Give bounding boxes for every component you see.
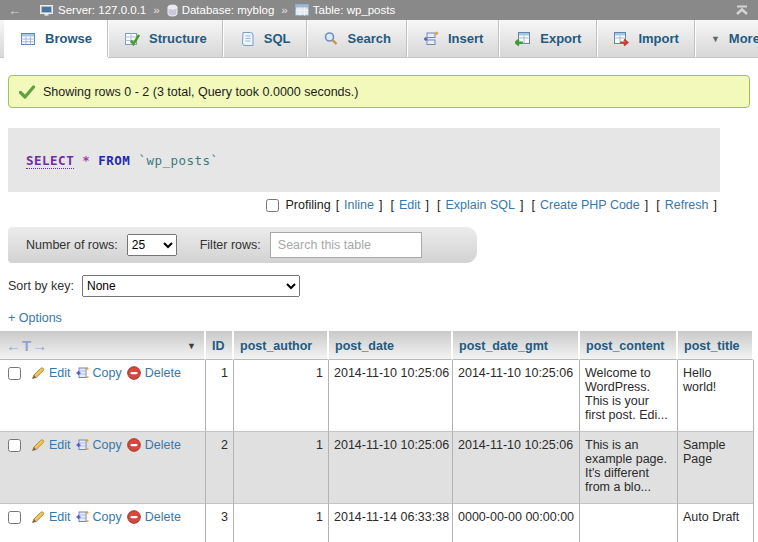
- tab-import-label: Import: [638, 31, 678, 46]
- search-icon: [323, 31, 339, 47]
- bracket: ]: [520, 198, 523, 212]
- tab-browse[interactable]: Browse: [4, 20, 108, 57]
- edit-label: Edit: [49, 438, 71, 452]
- edit-row-link[interactable]: Edit: [31, 366, 71, 380]
- cell-id[interactable]: 2: [206, 432, 234, 504]
- profiling-label: Profiling: [285, 198, 330, 212]
- cell-post-date[interactable]: 2014-11-10 10:25:06: [329, 432, 453, 504]
- tab-sql-label: SQL: [264, 31, 291, 46]
- sort-by-key-select[interactable]: None: [82, 275, 300, 297]
- tab-export[interactable]: Export: [499, 20, 597, 57]
- pencil-icon: [31, 366, 45, 380]
- copy-row-link[interactable]: Copy: [76, 438, 122, 452]
- breadcrumb-server-label: Server: 127.0.0.1: [58, 4, 146, 16]
- breadcrumb-server-link[interactable]: Server: 127.0.0.1: [40, 4, 146, 17]
- number-of-rows-select[interactable]: 25: [127, 234, 177, 256]
- pencil-icon: [31, 438, 45, 452]
- delete-icon: [127, 438, 141, 452]
- sort-row: Sort by key: None: [8, 274, 758, 298]
- tab-sql[interactable]: SQL: [223, 20, 307, 57]
- inline-link[interactable]: Inline: [344, 198, 374, 212]
- sql-query-box: SELECT * FROM `wp_posts`: [8, 128, 720, 192]
- profiling-checkbox[interactable]: [266, 199, 279, 212]
- column-header-post-date[interactable]: post_date: [329, 331, 453, 360]
- filter-rows-input[interactable]: [270, 232, 422, 258]
- bracket: ]: [426, 198, 429, 212]
- cell-post-author[interactable]: 1: [234, 504, 329, 542]
- cell-post-title[interactable]: Sample Page: [678, 432, 754, 504]
- cell-post-content[interactable]: Welcome to WordPress. This is your first…: [580, 360, 678, 432]
- refresh-link[interactable]: Refresh: [665, 198, 709, 212]
- tab-insert[interactable]: Insert: [407, 20, 499, 57]
- delete-icon: [127, 366, 141, 380]
- delete-label: Delete: [145, 510, 181, 524]
- options-toggle-link[interactable]: + Options: [8, 311, 758, 328]
- edit-query-link[interactable]: Edit: [399, 198, 421, 212]
- column-header-post-date-gmt[interactable]: post_date_gmt: [453, 331, 580, 360]
- table-row: Edit Copy Delete 2 1 2014-11-10 10:25:06…: [0, 432, 754, 504]
- status-message: Showing rows 0 - 2 (3 total, Query took …: [8, 75, 750, 108]
- tab-search[interactable]: Search: [307, 20, 407, 57]
- breadcrumb-table-link[interactable]: Table: wp_posts: [295, 4, 395, 16]
- column-header-id[interactable]: ID: [206, 331, 234, 360]
- cell-post-title[interactable]: Hello world!: [678, 360, 754, 432]
- cell-post-date-gmt[interactable]: 2014-11-10 10:25:06: [453, 432, 580, 504]
- row-controls-bar: Number of rows: 25 Filter rows:: [8, 227, 477, 263]
- bracket: [: [336, 198, 339, 212]
- cell-post-date-gmt[interactable]: 2014-11-10 10:25:06: [453, 360, 580, 432]
- cell-post-content[interactable]: This is an example page. It's different …: [580, 432, 678, 504]
- cell-post-author[interactable]: 1: [234, 432, 329, 504]
- breadcrumb-bar: ← Server: 127.0.0.1 » Database: myblog »…: [0, 0, 758, 20]
- copy-row-link[interactable]: Copy: [76, 366, 122, 380]
- row-select-checkbox[interactable]: [8, 367, 21, 380]
- column-header-post-author[interactable]: post_author: [234, 331, 329, 360]
- row-actions-cell: Edit Copy Delete: [0, 432, 206, 504]
- edit-row-link[interactable]: Edit: [31, 510, 71, 524]
- sql-keyword-from: FROM: [98, 153, 130, 168]
- collapse-panel-icon[interactable]: [734, 5, 750, 16]
- sql-keyword-select-link[interactable]: SELECT: [26, 153, 74, 169]
- column-header-post-title[interactable]: post_title: [678, 331, 754, 360]
- cell-post-content[interactable]: [580, 504, 678, 542]
- cell-post-date[interactable]: 2014-11-10 10:25:06: [329, 360, 453, 432]
- database-icon: [167, 4, 178, 17]
- tab-structure[interactable]: Structure: [108, 20, 223, 57]
- create-php-code-link[interactable]: Create PHP Code: [540, 198, 640, 212]
- transpose-control[interactable]: ←T→: [6, 337, 48, 354]
- insert-icon: [423, 31, 439, 47]
- copy-icon: [76, 366, 89, 380]
- tab-more[interactable]: ▼ More: [695, 20, 758, 57]
- sort-by-key-label: Sort by key:: [8, 279, 74, 293]
- explain-sql-link[interactable]: Explain SQL: [445, 198, 514, 212]
- copy-label: Copy: [93, 366, 122, 380]
- cell-id[interactable]: 3: [206, 504, 234, 542]
- breadcrumb-database-link[interactable]: Database: myblog: [167, 4, 275, 17]
- delete-row-link[interactable]: Delete: [127, 438, 181, 452]
- bracket: [: [390, 198, 393, 212]
- row-select-checkbox[interactable]: [8, 439, 21, 452]
- import-icon: [613, 31, 629, 47]
- back-arrow-icon[interactable]: ←: [8, 3, 21, 18]
- delete-row-link[interactable]: Delete: [127, 366, 181, 380]
- copy-icon: [76, 510, 89, 524]
- row-select-checkbox[interactable]: [8, 511, 21, 524]
- bracket: [: [531, 198, 534, 212]
- copy-icon: [76, 438, 89, 452]
- cell-post-author[interactable]: 1: [234, 360, 329, 432]
- sort-caret-icon[interactable]: ▼: [187, 341, 198, 351]
- results-table: ←T→ ▼ ID post_author post_date post_date…: [0, 331, 754, 542]
- delete-row-link[interactable]: Delete: [127, 510, 181, 524]
- cell-post-date[interactable]: 2014-11-14 06:33:38: [329, 504, 453, 542]
- cell-post-title[interactable]: Auto Draft: [678, 504, 754, 542]
- chevron-down-icon: ▼: [711, 34, 720, 44]
- copy-row-link[interactable]: Copy: [76, 510, 122, 524]
- edit-row-link[interactable]: Edit: [31, 438, 71, 452]
- structure-icon: [124, 31, 140, 47]
- cell-post-date-gmt[interactable]: 0000-00-00 00:00:00: [453, 504, 580, 542]
- column-header-post-content[interactable]: post_content: [580, 331, 678, 360]
- server-icon: [40, 4, 54, 17]
- sql-table-identifier: `wp_posts`: [138, 153, 218, 168]
- tab-import[interactable]: Import: [597, 20, 694, 57]
- cell-id[interactable]: 1: [206, 360, 234, 432]
- browse-icon: [20, 31, 36, 47]
